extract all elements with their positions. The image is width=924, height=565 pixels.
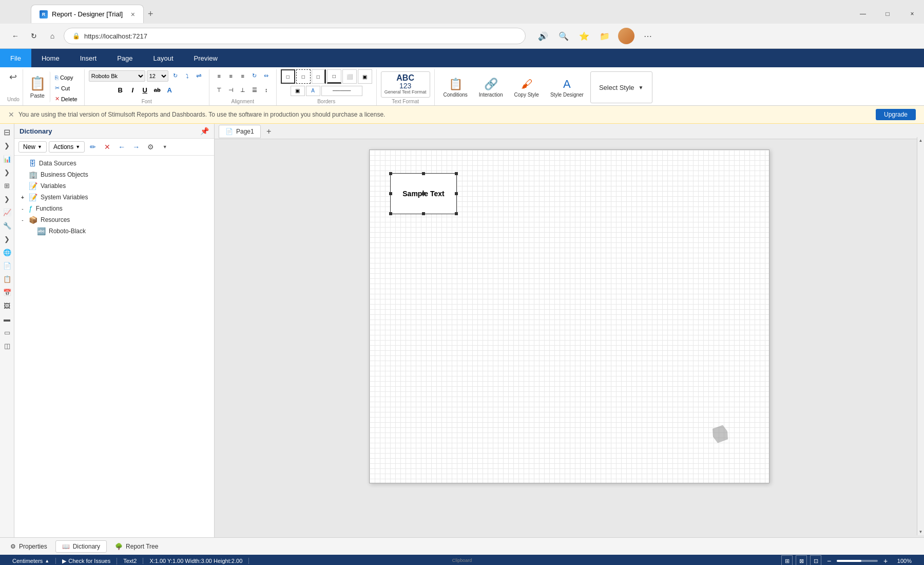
collections-btn[interactable]: 📁 bbox=[598, 29, 612, 43]
undo-btn[interactable]: ↩ bbox=[9, 71, 17, 83]
handle-tr[interactable] bbox=[455, 172, 458, 175]
check-issues-item[interactable]: ▶ Check for Issues bbox=[56, 558, 117, 564]
align-mid-btn[interactable]: ⊣ bbox=[225, 85, 237, 95]
menu-layout[interactable]: Layout bbox=[143, 49, 184, 67]
sidebar-icon-3[interactable]: 📊 bbox=[1, 153, 13, 165]
text-element[interactable]: Sample Text bbox=[390, 173, 457, 214]
bold-btn[interactable]: B bbox=[114, 85, 126, 95]
sidebar-icon-17[interactable]: ◫ bbox=[1, 340, 13, 352]
sidebar-icon-1[interactable]: ⊟ bbox=[1, 126, 13, 138]
minimize-btn[interactable]: — bbox=[851, 7, 875, 21]
handle-bm[interactable] bbox=[422, 212, 425, 215]
tree-functions[interactable]: - ƒ Functions bbox=[14, 203, 214, 214]
align-top-btn[interactable]: ⊤ bbox=[214, 85, 225, 95]
rotate-down-btn[interactable]: ⤵ bbox=[182, 71, 193, 81]
tree-variables[interactable]: 📝 Variables bbox=[14, 180, 214, 192]
sidebar-icon-8[interactable]: 🔧 bbox=[1, 219, 13, 232]
sidebar-icon-12[interactable]: 📋 bbox=[1, 273, 13, 285]
browser-tab[interactable]: R Report - Designer [Trial] × bbox=[31, 5, 144, 23]
tree-business-objects[interactable]: 🏢 Business Objects bbox=[14, 169, 214, 180]
page1-tab[interactable]: 📄 Page1 bbox=[219, 125, 261, 138]
align-right-btn[interactable]: ≡ bbox=[237, 71, 248, 81]
more-btn[interactable]: ⋯ bbox=[641, 29, 655, 43]
units-item[interactable]: Centimeters ▲ bbox=[6, 558, 56, 564]
address-bar[interactable]: 🔒 https://localhost:7217 bbox=[64, 28, 526, 44]
justify-btn[interactable]: ☰ bbox=[249, 85, 260, 95]
sidebar-icon-5[interactable]: ⊞ bbox=[1, 179, 13, 192]
cut-btn[interactable]: ✂ Cut bbox=[52, 83, 80, 93]
border-outer-btn[interactable]: ▣ bbox=[358, 69, 372, 84]
expand-business-objects[interactable] bbox=[18, 171, 27, 179]
sidebar-icon-15[interactable]: ▬ bbox=[1, 313, 13, 325]
sidebar-icon-13[interactable]: 📅 bbox=[1, 286, 13, 298]
style-designer-btn[interactable]: A Style Designer bbox=[546, 71, 588, 103]
new-item-btn[interactable]: New ▼ bbox=[18, 141, 47, 153]
expand-data-sources[interactable] bbox=[18, 159, 27, 167]
down-icon-btn[interactable]: → bbox=[130, 141, 142, 153]
back-btn[interactable]: ← bbox=[8, 29, 23, 43]
delete-icon-btn[interactable]: ✕ bbox=[101, 141, 113, 153]
properties-tab[interactable]: ⚙ Properties bbox=[4, 541, 53, 552]
select-style-btn[interactable]: Select Style ▼ bbox=[590, 71, 652, 103]
expand-system-variables[interactable]: + bbox=[18, 193, 27, 201]
fit-height-btn[interactable]: ⊡ bbox=[810, 555, 821, 565]
line-spacing-btn[interactable]: ↕ bbox=[261, 85, 272, 95]
border-dash-btn[interactable]: □ bbox=[296, 69, 311, 84]
sidebar-icon-9[interactable]: ❯ bbox=[1, 233, 13, 245]
handle-tl[interactable] bbox=[389, 172, 392, 175]
tree-resources[interactable]: - 📦 Resources bbox=[14, 214, 214, 225]
align-bottom-btn[interactable]: ⊥ bbox=[237, 85, 248, 95]
close-btn[interactable]: × bbox=[900, 7, 924, 21]
text-format-btn[interactable]: ABC 123 General Text Format bbox=[381, 71, 430, 98]
border-color-btn[interactable]: A bbox=[306, 86, 320, 96]
refresh-btn[interactable]: ↻ bbox=[27, 29, 41, 43]
menu-preview[interactable]: Preview bbox=[184, 49, 228, 67]
horiz-flip-btn[interactable]: ⇔ bbox=[261, 71, 272, 81]
user-avatar[interactable] bbox=[618, 28, 634, 44]
rotate-btn[interactable]: ↻ bbox=[170, 71, 181, 81]
handle-tm[interactable] bbox=[422, 172, 425, 175]
sidebar-icon-6[interactable]: ❯ bbox=[1, 193, 13, 205]
rotate2-btn[interactable]: ↻ bbox=[249, 71, 260, 81]
report-tree-tab[interactable]: 🌳 Report Tree bbox=[109, 541, 164, 552]
menu-file[interactable]: File bbox=[0, 49, 31, 67]
scroll-down-btn[interactable]: ▼ bbox=[918, 529, 924, 535]
trial-close-btn[interactable]: ✕ bbox=[8, 110, 14, 119]
copy-style-btn[interactable]: 🖌 Copy Style bbox=[510, 71, 544, 103]
wrap-btn[interactable]: ⇌ bbox=[194, 71, 205, 81]
sidebar-icon-14[interactable]: 🖼 bbox=[1, 299, 13, 312]
search-btn[interactable]: 🔍 bbox=[556, 29, 571, 43]
tree-system-variables[interactable]: + 📝 System Variables bbox=[14, 192, 214, 203]
conditions-btn[interactable]: 📋 Conditions bbox=[439, 71, 472, 103]
sidebar-icon-4[interactable]: ❯ bbox=[1, 166, 13, 178]
interaction-btn[interactable]: 🔗 Interaction bbox=[474, 71, 508, 103]
add-page-btn[interactable]: + bbox=[263, 125, 275, 138]
settings-arrow-btn[interactable]: ▼ bbox=[159, 141, 171, 153]
home-btn[interactable]: ⌂ bbox=[45, 29, 60, 43]
zoom-minus-btn[interactable]: − bbox=[824, 556, 834, 565]
tab-close-btn[interactable]: × bbox=[131, 10, 135, 18]
menu-insert[interactable]: Insert bbox=[70, 49, 107, 67]
handle-mr[interactable] bbox=[455, 192, 458, 195]
sidebar-icon-16[interactable]: ▭ bbox=[1, 326, 13, 338]
italic-btn[interactable]: I bbox=[127, 85, 138, 95]
expand-resources[interactable]: - bbox=[18, 216, 27, 224]
expand-functions[interactable]: - bbox=[18, 204, 27, 213]
edit-icon-btn[interactable]: ✏ bbox=[87, 141, 99, 153]
border-bottom-btn[interactable]: □ bbox=[327, 69, 341, 84]
delete-btn[interactable]: ✕ Delete bbox=[52, 94, 80, 104]
fit-width-btn[interactable]: ⊠ bbox=[796, 555, 807, 565]
menu-home[interactable]: Home bbox=[31, 49, 70, 67]
v-scrollbar[interactable]: ▲ ▼ bbox=[917, 137, 924, 535]
up-icon-btn[interactable]: ← bbox=[116, 141, 128, 153]
font-color-btn[interactable]: A bbox=[164, 85, 175, 95]
settings-icon-btn[interactable]: ⚙ bbox=[144, 141, 157, 153]
upgrade-btn[interactable]: Upgrade bbox=[876, 109, 916, 120]
read-aloud-btn[interactable]: 🔊 bbox=[536, 29, 550, 43]
align-left-btn[interactable]: ≡ bbox=[214, 71, 225, 81]
border-style-btn[interactable]: ───── bbox=[321, 86, 362, 96]
expand-variables[interactable] bbox=[18, 182, 27, 190]
paste-btn[interactable]: 📋 Paste bbox=[25, 71, 50, 102]
font-size-select[interactable]: 12 bbox=[147, 70, 168, 82]
underline-btn[interactable]: U bbox=[139, 85, 150, 95]
